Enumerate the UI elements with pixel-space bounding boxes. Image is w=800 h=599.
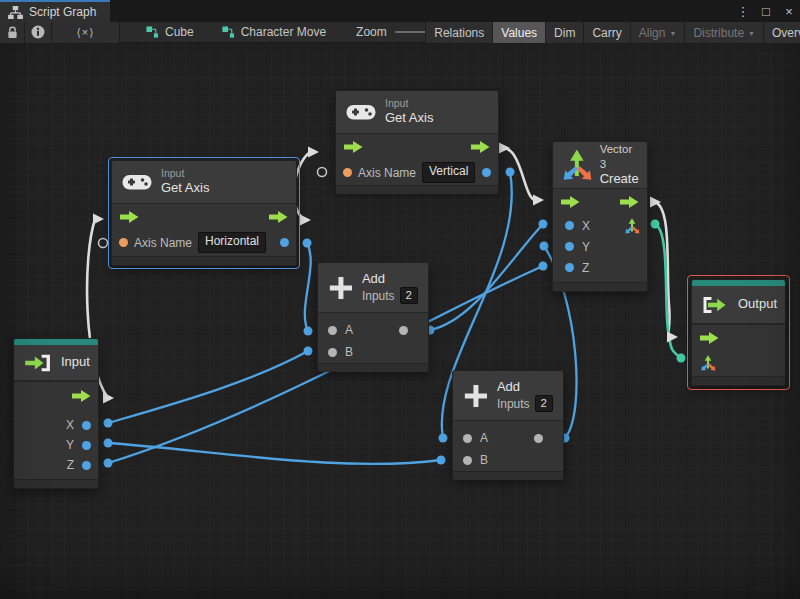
- node-footer: [692, 376, 785, 385]
- flow-out-port[interactable]: [620, 196, 639, 208]
- port-label: X: [582, 219, 590, 233]
- plus-icon: [463, 383, 489, 409]
- window-menu-button[interactable]: ⋮: [736, 4, 750, 19]
- values-toggle[interactable]: Values: [492, 22, 545, 43]
- code-preview-button[interactable]: ⟨×⟩: [52, 22, 120, 43]
- sum-out-port[interactable]: [399, 326, 408, 335]
- node-title: Add: [497, 379, 553, 396]
- node-get-axis-horizontal[interactable]: Input Get Axis Axis Name Horizontal: [111, 160, 297, 266]
- window-maximize-button[interactable]: □: [759, 4, 773, 19]
- tab-script-graph[interactable]: Script Graph: [0, 0, 110, 22]
- flow-endpoint-arrow: [308, 147, 319, 158]
- axis-name-value-field[interactable]: Vertical: [422, 162, 475, 183]
- node-header[interactable]: Add Inputs 2: [318, 263, 428, 313]
- port-z-out[interactable]: [82, 461, 91, 470]
- value-endpoint-dot: [104, 419, 113, 428]
- port-label: B: [345, 345, 353, 359]
- port-z-in[interactable]: [565, 263, 574, 272]
- node-kicker: Input: [161, 167, 209, 180]
- port-b-in[interactable]: [328, 348, 337, 357]
- inputs-label: Inputs: [362, 289, 395, 303]
- port-y-in[interactable]: [565, 242, 574, 251]
- inputs-count-field[interactable]: 2: [400, 287, 418, 304]
- flow-in-port[interactable]: [120, 211, 139, 223]
- graph-canvas[interactable]: Input Get Axis Axis Name Vertical: [0, 0, 800, 599]
- button-label: Relations: [434, 26, 484, 40]
- node-add-1[interactable]: Add Inputs 2 A B: [317, 262, 429, 371]
- port-label: Axis Name: [358, 166, 416, 180]
- port-y-out[interactable]: [82, 441, 91, 450]
- flow-out-port[interactable]: [72, 390, 91, 402]
- relations-toggle[interactable]: Relations: [425, 22, 492, 43]
- value-endpoint-dot: [304, 327, 313, 336]
- code-icon: ⟨×⟩: [76, 26, 94, 39]
- flow-endpoint-arrow: [667, 332, 678, 343]
- port-a-in[interactable]: [328, 326, 337, 335]
- vector3-in-port[interactable]: [700, 355, 716, 371]
- node-vector3-create[interactable]: Vector 3 Create X Y: [552, 141, 648, 292]
- node-title: Output: [738, 296, 777, 313]
- info-button[interactable]: [25, 22, 52, 43]
- node-title: Get Axis: [385, 110, 433, 127]
- port-label: Y: [582, 240, 590, 254]
- port-label: Y: [66, 438, 74, 452]
- window-close-button[interactable]: ×: [782, 4, 796, 19]
- port-x-in[interactable]: [565, 221, 574, 230]
- node-header[interactable]: Input Get Axis: [112, 161, 296, 204]
- flow-endpoint-arrow: [499, 143, 510, 154]
- breadcrumb-character-move[interactable]: Character Move: [216, 22, 332, 43]
- vector3-out-port[interactable]: [624, 218, 640, 234]
- value-out-port[interactable]: [280, 238, 289, 247]
- wire-input-x-to-add1-b[interactable]: [108, 351, 308, 423]
- wire-get-axis-horizontal-to-add1-a[interactable]: [305, 243, 311, 331]
- vector-endpoint-dot: [651, 220, 660, 229]
- axis-name-port[interactable]: [343, 168, 352, 177]
- flow-out-port[interactable]: [269, 211, 288, 223]
- node-output-event[interactable]: Output: [691, 279, 786, 386]
- flow-endpoint-arrow: [300, 215, 311, 226]
- value-endpoint-dot: [506, 168, 515, 177]
- lock-button[interactable]: [0, 22, 25, 43]
- node-header[interactable]: Input Get Axis: [336, 91, 498, 134]
- node-header[interactable]: Output: [692, 286, 785, 324]
- info-icon: [31, 25, 45, 39]
- breadcrumb-cube[interactable]: Cube: [140, 22, 200, 43]
- node-footer: [112, 256, 296, 265]
- axis-name-value-field[interactable]: Horizontal: [198, 232, 266, 253]
- flow-endpoint-arrow: [93, 214, 104, 225]
- flow-in-port[interactable]: [561, 196, 580, 208]
- output-event-icon: [700, 294, 730, 316]
- node-title: Get Axis: [161, 180, 209, 197]
- inputs-count-field[interactable]: 2: [535, 395, 553, 412]
- carry-toggle[interactable]: Carry: [583, 22, 629, 43]
- node-get-axis-vertical[interactable]: Input Get Axis Axis Name Vertical: [335, 90, 499, 191]
- port-x-out[interactable]: [82, 421, 91, 430]
- distribute-dropdown[interactable]: Distribute ▼: [684, 22, 763, 43]
- value-endpoint-dot: [304, 347, 313, 356]
- inputs-label: Inputs: [497, 397, 530, 411]
- node-header[interactable]: Input: [14, 345, 98, 381]
- unconnected-port-indicator: [99, 239, 108, 248]
- port-b-in[interactable]: [463, 456, 472, 465]
- wire-add1-to-vector3-x[interactable]: [430, 224, 543, 330]
- flow-in-port[interactable]: [344, 141, 363, 153]
- breadcrumb-label: Character Move: [241, 25, 326, 39]
- toolbar-toggles: Relations Values Dim Carry Align ▼ Distr…: [425, 22, 800, 43]
- node-header[interactable]: Add Inputs 2: [453, 371, 563, 421]
- flow-in-port[interactable]: [700, 332, 719, 344]
- sum-out-port[interactable]: [534, 434, 543, 443]
- input-event-icon: [22, 352, 54, 374]
- axis-name-port[interactable]: [119, 238, 128, 247]
- dim-toggle[interactable]: Dim: [545, 22, 583, 43]
- graph-toolbar: ⟨×⟩ Cube Character Move Zoom 1x: [0, 22, 800, 43]
- port-a-in[interactable]: [463, 434, 472, 443]
- vector-endpoint-dot: [677, 354, 686, 363]
- flow-out-port[interactable]: [471, 141, 490, 153]
- node-header[interactable]: Vector 3 Create: [553, 142, 647, 189]
- breadcrumb-label: Cube: [165, 25, 194, 39]
- align-dropdown[interactable]: Align ▼: [630, 22, 685, 43]
- node-input-event[interactable]: Input X Y Z: [13, 338, 99, 489]
- overview-button[interactable]: Overv: [763, 22, 800, 43]
- value-out-port[interactable]: [482, 168, 491, 177]
- node-add-2[interactable]: Add Inputs 2 A B: [452, 370, 564, 479]
